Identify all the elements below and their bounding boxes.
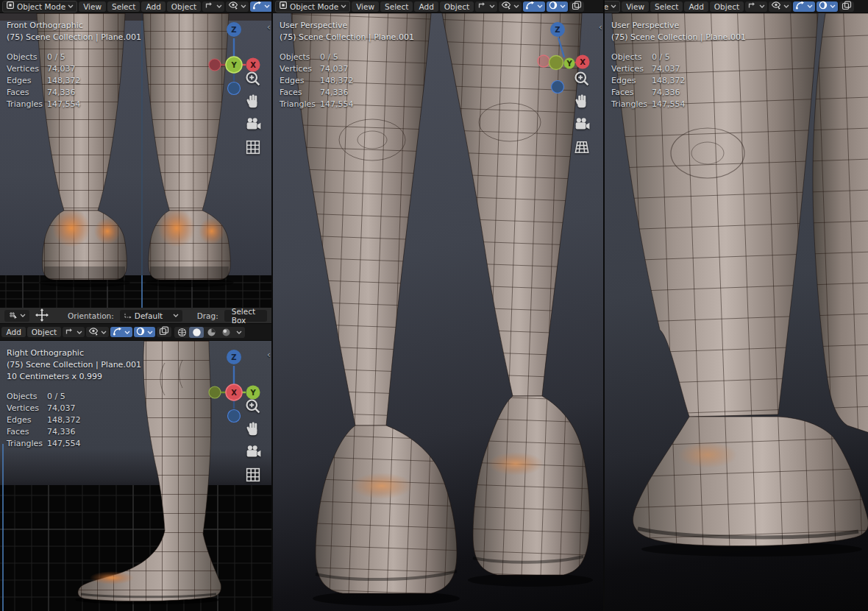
menu-add[interactable]: Add xyxy=(414,1,438,12)
shading-solid-button[interactable] xyxy=(189,327,204,338)
mode-dropdown[interactable]: Object Mode xyxy=(275,1,350,13)
chevron-down-icon xyxy=(68,4,74,8)
menu-select[interactable]: Select xyxy=(380,1,413,12)
snapping-dropdown[interactable] xyxy=(250,1,271,12)
snapping-icon xyxy=(113,327,122,338)
proportional-icon xyxy=(549,1,558,12)
middle-column: Object Mode View Select Add Object xyxy=(273,0,605,611)
chevron-down-icon xyxy=(264,4,270,8)
camera-icon[interactable] xyxy=(245,444,261,460)
chevron-down-icon[interactable] xyxy=(233,331,245,334)
show-gizmo-icon xyxy=(88,327,99,338)
menu-view[interactable]: View xyxy=(352,1,379,12)
camera-icon[interactable] xyxy=(245,116,261,133)
mode-dropdown[interactable]: Object Mode xyxy=(605,1,620,13)
menu-add[interactable]: Add xyxy=(684,1,708,12)
chevron-down-icon xyxy=(560,4,566,8)
chevron-down-icon xyxy=(611,4,616,8)
viewport-perspective-canvas[interactable]: User Perspective (75) Scene Collection |… xyxy=(273,13,603,611)
chevron-down-icon xyxy=(341,4,346,8)
menu-select[interactable]: Select xyxy=(107,1,140,12)
closeup-model xyxy=(605,13,868,611)
overlays-button[interactable] xyxy=(569,1,584,12)
proportional-dropdown[interactable] xyxy=(547,1,568,12)
svg-text:Y: Y xyxy=(566,60,572,68)
zoom-icon[interactable] xyxy=(245,71,261,87)
viewport-closeup-canvas[interactable]: User Perspective (75) Scene Collection |… xyxy=(605,13,868,611)
sidebar-toggle-arrow[interactable]: ‹ xyxy=(267,22,271,32)
transform-pivot-dropdown[interactable] xyxy=(745,1,767,12)
transform-pivot-icon xyxy=(477,1,487,12)
show-gizmo-dropdown[interactable] xyxy=(499,1,522,12)
chevron-down-icon xyxy=(124,331,130,334)
axis-x-neg-handle xyxy=(209,59,221,71)
viewport-nav-icons xyxy=(245,398,263,490)
camera-icon[interactable] xyxy=(574,116,590,133)
shading-mode-group xyxy=(174,327,245,338)
sidebar-toggle-arrow[interactable]: ‹ xyxy=(599,22,602,32)
viewport-header: Object Mode View Select Add Object xyxy=(0,324,271,341)
shading-wireframe-button[interactable] xyxy=(174,327,189,338)
svg-text:X: X xyxy=(250,61,256,69)
overlays-icon xyxy=(842,1,852,13)
axis-z-neg-handle xyxy=(228,410,241,423)
viewport-header: Object Mode View Select Add Object xyxy=(0,0,271,13)
proportional-dropdown[interactable] xyxy=(134,327,155,337)
show-gizmo-dropdown[interactable] xyxy=(226,1,249,12)
menu-object[interactable]: Object xyxy=(27,327,61,337)
zoom-icon[interactable] xyxy=(574,71,590,87)
proportional-icon xyxy=(819,1,828,12)
chevron-down-icon xyxy=(513,4,519,8)
viewport-front-canvas[interactable]: Front Orthographic (75) Scene Collection… xyxy=(0,13,271,308)
grid-icon[interactable] xyxy=(245,139,261,155)
orientation-dropdown[interactable]: Default xyxy=(120,310,182,322)
menu-object[interactable]: Object xyxy=(440,1,474,12)
object-mode-icon xyxy=(279,1,288,12)
pan-hand-icon[interactable] xyxy=(574,93,590,110)
shading-rendered-button[interactable] xyxy=(218,327,233,338)
object-mode-icon xyxy=(6,1,15,12)
menu-view[interactable]: View xyxy=(79,1,106,12)
overlays-button[interactable] xyxy=(839,1,854,12)
snapping-icon xyxy=(795,1,805,12)
active-tool-dropdown[interactable] xyxy=(4,310,29,322)
proportional-icon xyxy=(136,327,145,338)
zoom-icon[interactable] xyxy=(245,398,261,414)
menu-select[interactable]: Select xyxy=(650,1,683,12)
perspective-grid-icon[interactable] xyxy=(574,139,590,155)
proportional-dropdown[interactable] xyxy=(817,1,838,12)
overlays-icon xyxy=(572,1,582,13)
snapping-dropdown[interactable] xyxy=(793,1,815,12)
transform-pivot-icon xyxy=(747,1,757,12)
menu-add[interactable]: Add xyxy=(1,327,25,337)
orientation-value: Default xyxy=(135,311,163,320)
snapping-dropdown[interactable] xyxy=(523,1,545,12)
grid-icon[interactable] xyxy=(245,467,261,483)
menu-object[interactable]: Object xyxy=(710,1,744,12)
svg-text:X: X xyxy=(580,58,586,66)
snapping-icon xyxy=(525,1,535,12)
show-gizmo-icon xyxy=(771,1,781,12)
menu-object[interactable]: Object xyxy=(167,1,201,12)
pan-hand-icon[interactable] xyxy=(245,421,261,437)
pan-hand-icon[interactable] xyxy=(245,93,261,110)
shading-material-button[interactable] xyxy=(204,327,218,338)
show-gizmo-dropdown[interactable] xyxy=(86,327,109,337)
menu-view[interactable]: View xyxy=(622,1,649,12)
drag-mode-button[interactable]: Select Box xyxy=(224,310,267,322)
right-column: Object Mode View Select Add Object xyxy=(605,0,868,611)
transform-pivot-dropdown[interactable] xyxy=(63,327,85,337)
sidebar-toggle-arrow[interactable]: ‹ xyxy=(267,350,271,359)
svg-text:Z: Z xyxy=(231,26,236,34)
chevron-down-icon xyxy=(147,331,153,334)
mode-dropdown[interactable]: Object Mode xyxy=(2,1,77,13)
chevron-down-icon xyxy=(216,4,222,8)
move-icon[interactable] xyxy=(35,308,49,323)
viewport-side-canvas[interactable]: Right Orthographic (75) Scene Collection… xyxy=(0,341,271,611)
menu-add[interactable]: Add xyxy=(141,1,165,12)
snapping-dropdown[interactable] xyxy=(110,327,132,337)
transform-pivot-dropdown[interactable] xyxy=(475,1,497,12)
show-gizmo-dropdown[interactable] xyxy=(769,1,791,12)
transform-pivot-dropdown[interactable] xyxy=(202,1,224,12)
overlays-button[interactable] xyxy=(157,327,171,337)
